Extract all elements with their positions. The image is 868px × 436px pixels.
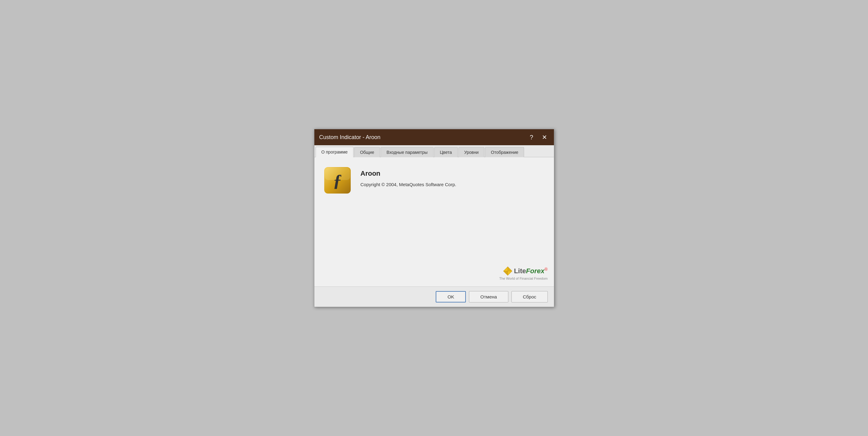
- title-bar-left: Custom Indicator - Aroon: [319, 134, 380, 141]
- title-bar-buttons: ? ✕: [528, 134, 549, 141]
- tab-display[interactable]: Отображение: [485, 147, 524, 157]
- liteforex-brand: LiteForex®: [503, 266, 548, 276]
- tab-colors[interactable]: Цвета: [434, 147, 458, 157]
- liteforex-tagline: The World of Financial Freedom: [499, 277, 548, 280]
- app-info: Aroon Copyright © 2004, MetaQuotes Softw…: [361, 166, 456, 187]
- close-button[interactable]: ✕: [540, 134, 549, 141]
- svg-text:ƒ: ƒ: [333, 170, 342, 191]
- ok-button[interactable]: OK: [436, 291, 466, 302]
- liteforex-logo: LiteForex® The World of Financial Freedo…: [499, 266, 548, 280]
- dialog-window: Custom Indicator - Aroon ? ✕ О программе…: [314, 129, 554, 307]
- footer: OK Отмена Сброс: [314, 287, 554, 307]
- tab-common[interactable]: Общие: [354, 147, 380, 157]
- tab-about[interactable]: О программе: [316, 147, 354, 157]
- about-section: ƒ Aroon Copyright © 2004, MetaQuotes Sof…: [323, 166, 545, 194]
- help-button[interactable]: ?: [528, 134, 535, 141]
- cancel-button[interactable]: Отмена: [469, 291, 508, 302]
- dialog-title: Custom Indicator - Aroon: [319, 134, 380, 141]
- content-area: ƒ Aroon Copyright © 2004, MetaQuotes Sof…: [314, 157, 554, 287]
- liteforex-text-label: LiteForex®: [514, 267, 548, 275]
- liteforex-diamond-icon: [503, 266, 513, 276]
- app-copyright: Copyright © 2004, MetaQuotes Software Co…: [361, 182, 456, 187]
- title-bar: Custom Indicator - Aroon ? ✕: [314, 129, 554, 145]
- app-icon: ƒ: [323, 166, 351, 194]
- tab-inputs[interactable]: Входные параметры: [380, 147, 433, 157]
- tab-levels[interactable]: Уровни: [459, 147, 485, 157]
- app-name: Aroon: [361, 170, 456, 177]
- tabs-bar: О программе Общие Входные параметры Цвет…: [314, 145, 554, 157]
- reset-button[interactable]: Сброс: [512, 291, 548, 302]
